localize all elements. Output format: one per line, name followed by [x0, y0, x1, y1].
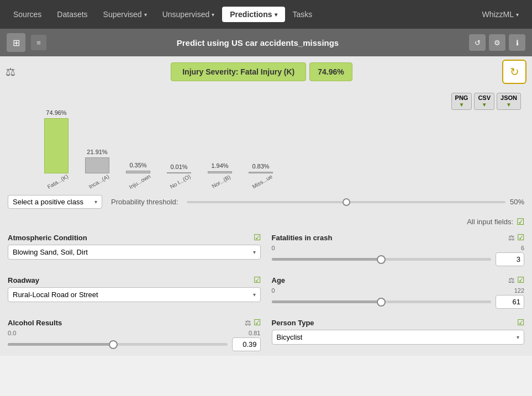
field-slider-wrap-3: 012261: [272, 287, 525, 309]
field-min-label-3: 0: [272, 287, 275, 294]
field-slider-row-3: 61: [272, 295, 525, 309]
unsupervised-arrow-icon: ▾: [212, 12, 214, 18]
export-json-button[interactable]: JSON ▼: [497, 93, 521, 110]
field-min-label-1: 0: [272, 245, 275, 251]
field-slider-row-1: 3: [272, 252, 525, 266]
field-slider-track-3[interactable]: [272, 300, 492, 303]
nav-label-unsupervised: Unsupervised: [162, 10, 210, 19]
nav-item-predictions[interactable]: Predictions ▾: [222, 7, 285, 22]
field-slider-wrap-4: 0.00.810.39: [8, 330, 261, 351]
field-slider-thumb-1[interactable]: [377, 255, 386, 264]
positive-class-select-wrapper[interactable]: Select a positive class ▾: [8, 195, 102, 209]
export-csv-button[interactable]: CSV ▼: [474, 93, 494, 110]
field-dropdown-0[interactable]: Blowing Sand, Soil, Dirt▾: [8, 245, 261, 260]
field-min-label-4: 0.0: [8, 330, 16, 336]
field-slider-track-4[interactable]: [8, 343, 228, 346]
field-slider-thumb-3[interactable]: [377, 298, 386, 307]
field-header-0: Atmospheric Condition☑: [8, 233, 261, 242]
field-select-5[interactable]: Bicyclist: [277, 333, 517, 341]
png-label: PNG: [455, 94, 468, 102]
field-select-0[interactable]: Blowing Sand, Soil, Dirt: [13, 248, 253, 256]
nav-item-supervised[interactable]: Supervised ▾: [96, 7, 155, 22]
field-value-box-1[interactable]: 3: [496, 252, 524, 266]
field-slider-fill-4: [8, 343, 113, 346]
field-dropdown-arrow-icon-2: ▾: [253, 292, 256, 298]
all-input-label: All input fields:: [467, 218, 513, 226]
field-select-2[interactable]: Rural-Local Road or Street: [13, 291, 253, 299]
nav-item-tasks[interactable]: Tasks: [285, 7, 320, 22]
field-icons-0: ☑: [254, 233, 261, 242]
field-header-1: Fatalities in crash⚖☑: [272, 233, 525, 242]
positive-class-select[interactable]: Select a positive class: [13, 198, 92, 206]
field-header-4: Alcohol Results⚖☑: [8, 318, 261, 328]
field-dropdown-arrow-icon-5: ▾: [517, 334, 519, 340]
json-label: JSON: [501, 94, 517, 102]
toolbar-menu-button[interactable]: ⊞: [7, 33, 25, 52]
field-range-labels-4: 0.00.81: [8, 330, 261, 336]
positive-class-row: Select a positive class ▾ Probability th…: [8, 195, 524, 209]
field-check-icon-0[interactable]: ☑: [254, 233, 261, 242]
bar-rect-2: [126, 171, 150, 173]
bar-pct-0: 74.96%: [46, 109, 66, 116]
field-balance-icon-3: ⚖: [508, 276, 515, 284]
field-header-2: Roadway☑: [8, 275, 261, 285]
field-slider-track-1[interactable]: [272, 258, 492, 261]
toolbar-info-button[interactable]: ℹ: [509, 34, 525, 51]
bar-pct-3: 0.01%: [170, 163, 187, 170]
nav-label-supervised: Supervised: [103, 10, 142, 19]
field-check-icon-3[interactable]: ☑: [517, 275, 524, 285]
field-slider-wrap-1: 063: [272, 245, 525, 266]
nav-whizzml[interactable]: WhizzML ▾: [474, 7, 526, 22]
field-check-icon-4[interactable]: ☑: [254, 318, 261, 328]
threshold-slider-wrap: 50%: [187, 198, 524, 206]
nav-label-tasks: Tasks: [293, 10, 313, 19]
field-check-icon-5[interactable]: ☑: [517, 318, 524, 328]
field-slider-thumb-4[interactable]: [109, 340, 118, 349]
nav-item-unsupervised[interactable]: Unsupervised ▾: [155, 7, 223, 22]
toolbar-settings-button[interactable]: ⚙: [489, 34, 505, 51]
field-range-labels-3: 0122: [272, 287, 525, 294]
bar-pct-4: 1.94%: [211, 162, 228, 169]
bar-col-3: 0.01%No I...(O): [167, 163, 191, 185]
field-check-icon-2[interactable]: ☑: [254, 275, 261, 285]
nav-label-sources: Sources: [13, 10, 41, 19]
field-value-box-4[interactable]: 0.39: [232, 337, 261, 351]
field-slider-fill-1: [272, 258, 382, 261]
field-name-5: Person Type: [272, 319, 314, 327]
field-balance-icon-4: ⚖: [245, 319, 251, 327]
positive-class-arrow-icon: ▾: [94, 199, 97, 205]
bar-col-4: 1.94%Nor...(B): [208, 162, 232, 185]
prediction-refresh-button[interactable]: ↻: [502, 60, 526, 84]
field-header-5: Person Type☑: [272, 318, 525, 328]
nav-label-predictions: Predictions: [230, 10, 272, 19]
field-max-label-1: 6: [521, 245, 524, 251]
field-dropdown-5[interactable]: Bicyclist▾: [272, 330, 525, 345]
field-max-label-4: 0.81: [249, 330, 260, 336]
bar-rect-0: [44, 118, 69, 173]
nav-item-sources[interactable]: Sources: [6, 7, 49, 22]
bar-label-0: Fata...(K): [46, 173, 70, 190]
threshold-slider-thumb[interactable]: [343, 198, 350, 206]
toolbar: ⊞ ≡ Predict using US car accidents_missi…: [0, 29, 532, 56]
bar-pct-2: 0.35%: [129, 162, 146, 168]
chart-area: PNG ▼ CSV ▼ JSON ▼ 74.96%Fata...(K)21.91…: [0, 87, 532, 191]
field-name-2: Roadway: [8, 276, 39, 284]
nav-label-datasets: Datasets: [57, 10, 87, 19]
field-icons-4: ⚖☑: [245, 318, 261, 328]
nav-item-datasets[interactable]: Datasets: [49, 7, 95, 22]
refresh-icon: ↻: [510, 65, 519, 78]
supervised-arrow-icon: ▾: [144, 12, 147, 18]
field-check-icon-1[interactable]: ☑: [517, 233, 524, 242]
all-input-check-icon[interactable]: ☑: [517, 217, 524, 227]
field-dropdown-2[interactable]: Rural-Local Road or Street▾: [8, 287, 261, 302]
export-png-button[interactable]: PNG ▼: [451, 93, 472, 110]
field-group-4: Alcohol Results⚖☑0.00.810.39: [8, 318, 261, 351]
threshold-slider-track[interactable]: [187, 201, 505, 203]
json-arrow-icon: ▼: [506, 102, 512, 108]
bar-col-1: 21.91%Inca...(A): [85, 149, 109, 185]
field-group-0: Atmospheric Condition☑Blowing Sand, Soil…: [8, 233, 261, 266]
bar-label-1: Inca...(A): [87, 173, 110, 190]
toolbar-refresh-button[interactable]: ↺: [469, 34, 486, 51]
field-value-box-3[interactable]: 61: [496, 295, 524, 309]
bar-col-0: 74.96%Fata...(K): [44, 109, 69, 185]
